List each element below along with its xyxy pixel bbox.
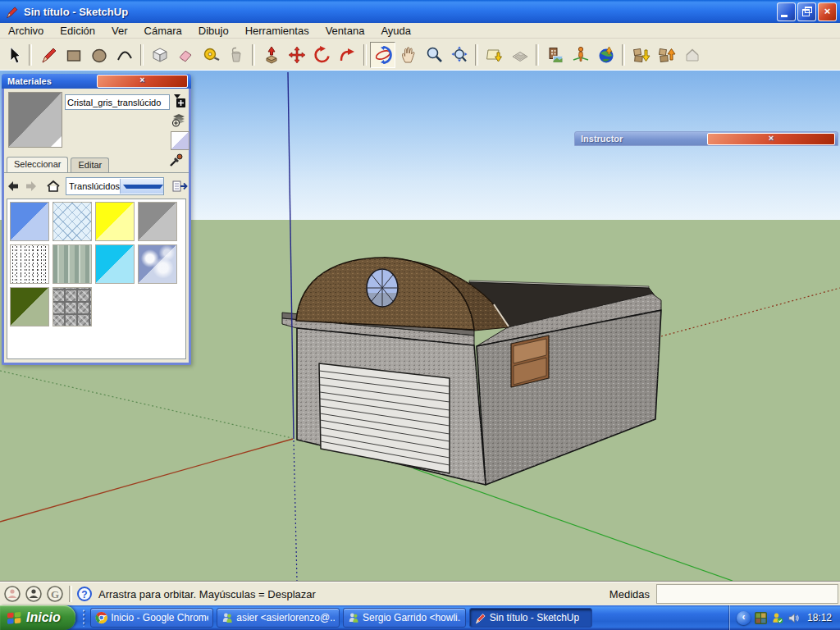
material-name-input[interactable] bbox=[65, 94, 170, 110]
line-tool-icon[interactable] bbox=[35, 42, 61, 68]
material-swatch-ribbed-glass[interactable] bbox=[52, 244, 92, 284]
rectangle-tool-icon[interactable] bbox=[61, 42, 86, 68]
details-menu-icon[interactable] bbox=[171, 177, 189, 195]
attribution-icon[interactable] bbox=[3, 585, 21, 603]
messenger-icon bbox=[221, 612, 233, 624]
tab-editar[interactable]: Editar bbox=[71, 158, 109, 172]
tray-messenger-icon[interactable] bbox=[771, 612, 783, 624]
zoom-extents-icon[interactable] bbox=[446, 42, 472, 68]
paint-with-texture-icon[interactable] bbox=[170, 112, 188, 128]
instructor-window[interactable]: Instructor × bbox=[574, 131, 838, 146]
toolbar bbox=[0, 39, 840, 71]
measurements-input[interactable] bbox=[656, 584, 838, 604]
messenger-icon bbox=[348, 612, 359, 624]
material-swatch-clouded-glass[interactable] bbox=[138, 244, 177, 284]
share-component-icon[interactable] bbox=[679, 42, 705, 68]
material-swatch-translucent-gray[interactable] bbox=[138, 202, 177, 241]
menu-edicion[interactable]: Edición bbox=[52, 23, 103, 38]
menu-ayuda[interactable]: Ayuda bbox=[372, 23, 419, 38]
start-button[interactable]: Inicio bbox=[0, 605, 75, 630]
zoom-tool-icon[interactable] bbox=[421, 42, 446, 68]
material-swatch-lattice-glass[interactable] bbox=[52, 202, 92, 241]
materials-title: Materiales bbox=[7, 76, 97, 86]
push-pull-tool-icon[interactable] bbox=[258, 42, 284, 68]
rotate-tool-icon[interactable] bbox=[309, 42, 335, 68]
menu-camara[interactable]: Cámara bbox=[136, 23, 190, 38]
eyedropper-icon[interactable] bbox=[169, 153, 184, 171]
tape-measure-icon[interactable] bbox=[198, 42, 223, 68]
default-material-swatch[interactable] bbox=[171, 131, 189, 150]
quick-launch-grip[interactable] bbox=[82, 609, 85, 627]
toggle-terrain-icon[interactable] bbox=[507, 42, 532, 68]
arc-tool-icon[interactable] bbox=[112, 42, 137, 68]
menu-bar: Archivo Edición Ver Cámara Dibujo Herram… bbox=[0, 23, 840, 39]
menu-ver[interactable]: Ver bbox=[103, 23, 136, 38]
select-tool-icon[interactable] bbox=[0, 42, 25, 68]
taskbar-task-chrome[interactable]: Inicio - Google Chrome bbox=[90, 608, 213, 628]
credit-person-icon[interactable] bbox=[25, 585, 43, 603]
restore-button[interactable] bbox=[797, 2, 816, 21]
get-current-view-icon[interactable] bbox=[482, 42, 507, 68]
tray-volume-icon[interactable] bbox=[788, 612, 800, 624]
start-label: Inicio bbox=[26, 610, 61, 625]
get-models-icon[interactable] bbox=[628, 42, 654, 68]
materials-titlebar[interactable]: Materiales × bbox=[2, 74, 191, 89]
close-button[interactable]: × bbox=[818, 2, 837, 21]
menu-ventana[interactable]: Ventana bbox=[317, 23, 373, 38]
taskbar-task-messenger-asier[interactable]: asier <asierlorenzo@... bbox=[217, 608, 340, 628]
create-material-button[interactable] bbox=[170, 92, 188, 108]
sketchup-app-icon bbox=[5, 5, 19, 19]
taskbar-task-messenger-sergio[interactable]: Sergio Garrido <howli... bbox=[343, 608, 466, 628]
help-icon[interactable]: ? bbox=[77, 587, 92, 601]
menu-dibujo[interactable]: Dibujo bbox=[190, 23, 237, 38]
make-component-icon[interactable] bbox=[147, 42, 172, 68]
materials-close-icon[interactable]: × bbox=[97, 75, 188, 88]
materials-window: Materiales × Seleccionar Editar bbox=[2, 74, 191, 365]
material-swatch-translucent-cyan[interactable] bbox=[95, 244, 135, 284]
paint-bucket-icon[interactable] bbox=[223, 42, 249, 68]
photo-textures-icon[interactable] bbox=[542, 42, 568, 68]
system-tray: ‹ 18:12 bbox=[729, 605, 840, 630]
pan-tool-icon[interactable] bbox=[395, 42, 421, 68]
menu-herramientas[interactable]: Herramientas bbox=[237, 23, 317, 38]
orbit-tool-icon[interactable] bbox=[370, 42, 395, 68]
taskbar-task-sketchup[interactable]: Sin título - SketchUp bbox=[469, 608, 592, 628]
instructor-close-icon[interactable]: × bbox=[707, 133, 835, 145]
model-viewport[interactable]: Materiales × Seleccionar Editar bbox=[0, 71, 840, 581]
material-swatch-translucent-yellow[interactable] bbox=[95, 202, 135, 241]
instructor-title: Instructor bbox=[581, 134, 707, 144]
materials-nav: Translúcidos bbox=[4, 176, 189, 197]
material-swatch-glass-blocks[interactable] bbox=[52, 287, 92, 326]
status-hint: Arrastra para orbitar. Mayúsculas = Desp… bbox=[98, 588, 316, 600]
materials-list bbox=[7, 199, 186, 359]
menu-archivo[interactable]: Archivo bbox=[0, 23, 52, 38]
clock[interactable]: 18:12 bbox=[807, 612, 832, 623]
collections-dropdown-value: Translúcidos bbox=[66, 181, 120, 191]
share-models-icon[interactable] bbox=[654, 42, 679, 68]
circle-tool-icon[interactable] bbox=[86, 42, 112, 68]
eraser-tool-icon[interactable] bbox=[172, 42, 198, 68]
google-earth-icon[interactable] bbox=[593, 42, 619, 68]
model-figure-icon[interactable] bbox=[568, 42, 593, 68]
tray-app-icon[interactable] bbox=[755, 612, 767, 624]
materials-tabs: Seleccionar Editar bbox=[4, 156, 189, 173]
move-tool-icon[interactable] bbox=[284, 42, 309, 68]
tab-seleccionar[interactable]: Seleccionar bbox=[7, 157, 68, 172]
dropdown-arrow-icon[interactable] bbox=[120, 179, 163, 194]
window-titlebar: Sin título - SketchUp × bbox=[0, 0, 840, 23]
home-icon[interactable] bbox=[44, 177, 62, 195]
material-swatch-translucent-blue[interactable] bbox=[10, 202, 49, 241]
minimize-button[interactable] bbox=[777, 2, 796, 21]
window-title: Sin título - SketchUp bbox=[24, 6, 777, 18]
measurements-label: Medidas bbox=[609, 588, 650, 600]
back-arrow-icon[interactable] bbox=[4, 177, 22, 195]
status-bar: G ? Arrastra para orbitar. Mayúsculas = … bbox=[0, 581, 840, 606]
material-swatch-speckled-glass[interactable] bbox=[10, 244, 49, 284]
material-swatch-translucent-dark-green[interactable] bbox=[10, 287, 49, 326]
follow-me-tool-icon[interactable] bbox=[335, 42, 360, 68]
tray-chevron-icon[interactable]: ‹ bbox=[737, 611, 751, 625]
material-preview-swatch bbox=[8, 92, 62, 148]
google-status-icon[interactable]: G bbox=[46, 585, 64, 603]
collections-dropdown[interactable]: Translúcidos bbox=[66, 177, 164, 195]
forward-arrow-icon[interactable] bbox=[22, 177, 40, 195]
